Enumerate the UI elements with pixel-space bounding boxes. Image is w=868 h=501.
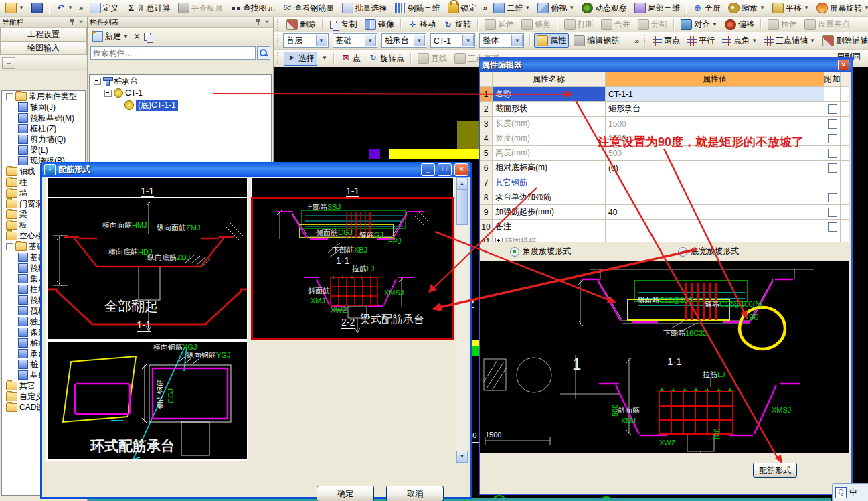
category-select[interactable]: 基础▼ <box>333 33 377 48</box>
component-select[interactable]: CT-1▼ <box>430 33 475 48</box>
parallel-axis-button[interactable]: 平行 <box>685 33 717 48</box>
radio-bottom-width-slope[interactable]: 底宽放坡形式 <box>678 246 739 257</box>
pan-button[interactable]: 平移▼ <box>770 1 812 15</box>
property-editor-titlebar[interactable]: 属性编辑器 × <box>480 58 851 72</box>
toolbar-overflow[interactable]: » <box>633 36 640 46</box>
search-icon[interactable] <box>257 46 270 60</box>
extra-checkbox[interactable] <box>828 193 837 202</box>
property-row-other-rebar[interactable]: 7 其它钢筋 <box>480 175 849 190</box>
properties-button[interactable]: 属性 <box>534 33 569 48</box>
view-rebar-button[interactable]: 6d查看钢筋量 <box>280 1 337 15</box>
rotate-button[interactable]: ↻旋转 <box>440 17 474 31</box>
nav-node-frame-column[interactable]: 框柱(Z) <box>2 123 85 134</box>
nav-node-beam[interactable]: 梁(L) <box>2 145 85 155</box>
two-point-axis-button[interactable]: 两点 <box>650 33 683 48</box>
close-icon[interactable]: × <box>454 163 468 176</box>
full-screen-button[interactable]: ⊕全屏 <box>690 1 723 15</box>
copy-component-icon[interactable] <box>143 32 153 42</box>
edit-rebar-button[interactable]: 编辑钢筋 <box>571 33 622 48</box>
nav-node-common-types[interactable]: 常用构件类型 <box>2 91 85 102</box>
component-node-pile-cap[interactable]: 桩承台 <box>90 75 271 87</box>
component-node-ct11[interactable]: (底)CT-1-1 <box>90 99 271 111</box>
undo-button[interactable]: ↶▼ <box>53 2 76 14</box>
delete-aux-axis-button[interactable]: 删除辅轴 <box>820 33 868 48</box>
property-row-length[interactable]: 3 长度(mm) 1500 <box>480 117 849 131</box>
pin-icon[interactable] <box>255 19 261 26</box>
nav-node-raft-foundation[interactable]: 筏板基础(M) <box>2 113 85 123</box>
form-option-ring-type[interactable]: 横向钢筋XGJ 纵向钢筋YGJ 侧面钢筋 CGJ 环式配筋承台 <box>46 340 248 461</box>
property-value[interactable]: (0) <box>606 161 824 175</box>
toolbar-overflow[interactable]: » <box>482 3 489 13</box>
ime-indicator[interactable]: Q 中 <box>832 483 868 501</box>
define-button[interactable]: 定义 <box>87 1 122 15</box>
offset-button[interactable]: 偏移 <box>722 17 757 31</box>
extra-checkbox[interactable] <box>828 149 837 158</box>
copy-button[interactable]: 复制 <box>327 17 360 31</box>
radio-angle-slope[interactable]: 角度放坡形式 <box>510 246 571 257</box>
lock-button[interactable]: 锁定 <box>445 1 480 15</box>
scrollbar-thumb[interactable] <box>456 189 468 225</box>
form-option-beam-type-selected[interactable]: 上部筋SBJ 侧面筋CGJ 箍筋GJ FPJ 下部筋XBJ 1-1 拉筋LJ 斜… <box>251 197 454 340</box>
toolbar-overflow[interactable]: » <box>78 3 85 13</box>
rotate-point-tool-button[interactable]: ↻旋转点 <box>365 52 407 66</box>
property-value[interactable] <box>606 190 824 204</box>
delete-button[interactable]: 删除 <box>284 17 319 31</box>
dialog-scrollbar[interactable]: ▲ ▼ <box>456 177 468 463</box>
extra-checkbox[interactable] <box>828 163 837 173</box>
cancel-button[interactable]: 取消 <box>386 486 444 501</box>
tab-draw-input[interactable]: 绘图输入 <box>0 42 87 55</box>
point-angle-axis-button[interactable]: 点角▼ <box>719 33 760 48</box>
layers-icon[interactable]: ═ <box>2 57 15 69</box>
close-icon[interactable]: × <box>263 18 271 26</box>
collapse-icon[interactable] <box>94 78 101 85</box>
extra-checkbox[interactable] <box>828 222 837 232</box>
property-row-strengthen-start[interactable]: 9 加强筋起步(mm) 40 <box>480 205 849 220</box>
save-button[interactable] <box>29 1 46 15</box>
tab-project-settings[interactable]: 工程设置 <box>0 28 87 42</box>
dialog-titlebar[interactable]: + 配筋形式 _ □ × <box>42 162 470 177</box>
nav-node-shear-wall[interactable]: 剪力墙(Q) <box>2 134 85 145</box>
rebar-3d-button[interactable]: 钢筋三维 <box>392 1 443 15</box>
extra-checkbox[interactable] <box>828 119 837 129</box>
view-2d-button[interactable]: 二维▼ <box>491 1 533 15</box>
top-view-button[interactable]: 俯视▼ <box>535 1 577 15</box>
pin-icon[interactable] <box>69 19 75 26</box>
three-point-aux-axis-button[interactable]: 三点辅轴▼ <box>762 33 818 48</box>
close-icon[interactable]: × <box>838 60 849 70</box>
select-tool-button[interactable]: ➤选择 <box>284 52 317 66</box>
maximize-icon[interactable]: □ <box>438 163 452 176</box>
property-value[interactable]: 40 <box>606 205 824 219</box>
nav-node-axis-grid[interactable]: 轴网(J) <box>2 102 85 113</box>
component-node-ct1[interactable]: CT-1 <box>90 87 271 99</box>
property-row-name[interactable]: 1 名称 CT-1-1 <box>480 87 849 102</box>
delete-component-icon[interactable]: ✕ <box>133 31 141 42</box>
collapse-icon[interactable] <box>104 90 112 97</box>
screen-rotate-button[interactable]: 屏幕旋转▼ <box>814 1 868 15</box>
element-type-select[interactable]: 桩承台▼ <box>381 33 426 48</box>
extra-checkbox[interactable] <box>828 134 837 143</box>
summary-calc-button[interactable]: Σ汇总计算 <box>124 1 173 15</box>
close-icon[interactable]: × <box>77 18 85 26</box>
scrolled-item-sliver[interactable]: 1-1 <box>251 177 454 198</box>
whole-select[interactable]: 整体▼ <box>479 33 524 48</box>
extra-checkbox[interactable] <box>828 208 837 217</box>
property-value[interactable]: CT-1-1 <box>606 87 824 101</box>
local-3d-button[interactable]: 局部三维 <box>632 1 683 15</box>
new-component-button[interactable]: 新建▼ <box>90 30 131 43</box>
property-value[interactable] <box>606 220 824 234</box>
property-row-edge-strengthen-rebar[interactable]: 8 承台单边加强筋 <box>480 190 849 205</box>
extra-checkbox[interactable] <box>828 104 837 114</box>
zoom-button[interactable]: 缩放▼ <box>725 1 768 15</box>
scroll-down-icon[interactable]: ▼ <box>456 451 468 463</box>
property-row-section-shape[interactable]: 2 截面形状 矩形承台 <box>480 102 849 117</box>
align-button[interactable]: 对齐▼ <box>678 17 720 31</box>
property-value[interactable]: 1500 <box>606 117 824 131</box>
point-tool-button[interactable]: ⊠点 <box>338 52 363 66</box>
move-button[interactable]: ✛移动 <box>405 17 438 31</box>
rebar-form-button[interactable]: 配筋形式 <box>753 463 797 478</box>
collapse-icon[interactable] <box>6 243 13 250</box>
form-option-all-flipped[interactable]: 横向面筋HMJ 纵向面筋ZMJ 横向底筋HDJ 纵向底筋ZDJ 全部翻起 1-1 <box>46 197 248 340</box>
mirror-button[interactable]: 镜像 <box>362 17 397 31</box>
minimize-icon[interactable]: _ <box>421 163 435 176</box>
open-button[interactable]: ▼ <box>3 1 27 15</box>
